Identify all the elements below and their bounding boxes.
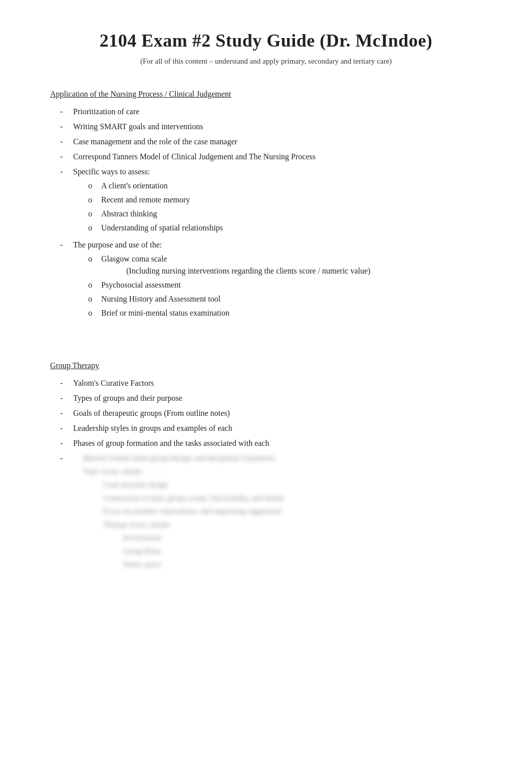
blurred-subsub2: Group Roles: [123, 546, 285, 557]
dash-icon: -: [60, 422, 71, 434]
sub-item-text: Psychosocial assessment: [101, 279, 181, 291]
list-item: - Leadership styles in groups and exampl…: [60, 422, 482, 434]
dash-icon: -: [60, 239, 71, 251]
dash-icon: -: [60, 392, 71, 404]
sub-list-item-psychosocial: o Psychosocial assessment: [88, 279, 370, 291]
section1-list: - Prioritization of care - Writing SMART…: [60, 106, 482, 321]
glasgow-label: Glasgow coma scale: [101, 253, 370, 265]
dash-icon: -: [60, 377, 71, 389]
circle-marker: o: [88, 253, 99, 265]
blurred-sub2: Connections to basic group counts, funct…: [103, 492, 285, 504]
dash-icon: -: [60, 166, 71, 178]
blurred-line1: Blurred content about group therapy and …: [83, 452, 285, 464]
blurred-sub3: Focus on member expectations, and suppor…: [103, 505, 285, 517]
list-item: - Prioritization of care: [60, 106, 482, 118]
list-item-text: Prioritization of care: [73, 106, 139, 118]
circle-marker: o: [88, 293, 99, 305]
circle-marker: o: [88, 208, 99, 220]
list-item-text: Yalom's Curative Factors: [73, 377, 154, 389]
sub-list-item: o A client's orientation: [88, 180, 223, 192]
circle-marker: o: [88, 222, 99, 234]
list-item-specific-ways: - Specific ways to assess: o A client's …: [60, 166, 482, 236]
sub-item-text: Abstract thinking: [101, 208, 157, 220]
dash-icon: -: [60, 106, 71, 118]
blurred-line1b: Topic focus: details: [83, 466, 285, 477]
sub-item-text: Brief or mini-mental status examination: [101, 307, 229, 319]
sub-list-item: o Recent and remote memory: [88, 194, 223, 206]
section2-list: - Yalom's Curative Factors - Types of gr…: [60, 377, 482, 572]
sub-item-text: Nursing History and Assessment tool: [101, 293, 220, 305]
list-item-text: Leadership styles in groups and examples…: [73, 422, 232, 434]
dash-icon: -: [60, 136, 71, 148]
purpose-label: The purpose and use of the:: [73, 240, 162, 249]
section-nursing-process: Application of the Nursing Process / Cli…: [50, 90, 482, 321]
list-item: - Types of groups and their purpose: [60, 392, 482, 404]
dash-icon: -: [60, 121, 71, 133]
glasgow-note: (Including nursing interventions regardi…: [126, 265, 370, 277]
list-item-text: Phases of group formation and the tasks …: [73, 437, 269, 449]
list-item-text: Types of groups and their purpose: [73, 392, 182, 404]
blurred-subsub3: Safety space: [123, 559, 285, 570]
sub-item-text: Understanding of spatial relationships: [101, 222, 223, 234]
sub-list-item-brief-mental: o Brief or mini-mental status examinatio…: [88, 307, 370, 319]
dash-icon: -: [60, 151, 71, 163]
sub-list-item-glasgow: o Glasgow coma scale (Including nursing …: [88, 253, 370, 277]
sub-item-text: A client's orientation: [101, 180, 168, 192]
blurred-subsub1: Involvement: [123, 532, 285, 544]
circle-marker: o: [88, 194, 99, 206]
list-item-text: Goals of therapeutic groups (From outlin…: [73, 407, 230, 419]
specific-ways-sublist: o A client's orientation o Recent and re…: [88, 180, 223, 234]
list-item: - Goals of therapeutic groups (From outl…: [60, 407, 482, 419]
sub-list-item-nursing-history: o Nursing History and Assessment tool: [88, 293, 370, 305]
list-item-text: Correspond Tanners Model of Clinical Jud…: [73, 151, 316, 163]
list-item-text: Case management and the role of the case…: [73, 136, 237, 148]
sub-item-text: Recent and remote memory: [101, 194, 190, 206]
sub-list-item: o Understanding of spatial relationships: [88, 222, 223, 234]
list-item-purpose: - The purpose and use of the: o Glasgow …: [60, 239, 482, 321]
purpose-sublist: o Glasgow coma scale (Including nursing …: [88, 253, 370, 319]
blurred-content: Blurred content about group therapy and …: [83, 452, 285, 572]
list-item: - Phases of group formation and the task…: [60, 437, 482, 449]
section2-heading: Group Therapy: [50, 361, 482, 370]
list-item-blurred: - Blurred content about group therapy an…: [60, 452, 482, 572]
dash-icon: -: [60, 452, 71, 464]
subtitle: (For all of this content – understand an…: [50, 57, 482, 66]
page-title: 2104 Exam #2 Study Guide (Dr. McIndoe): [50, 30, 482, 51]
specific-ways-label: Specific ways to assess:: [73, 167, 150, 176]
circle-marker: o: [88, 279, 99, 291]
blurred-sub1: Lead structure design: [103, 479, 285, 490]
blurred-sub4: Therapy focus: details: [103, 519, 285, 531]
section1-heading: Application of the Nursing Process / Cli…: [50, 90, 482, 99]
list-item-text: Writing SMART goals and interventions: [73, 121, 203, 133]
list-item: - Writing SMART goals and interventions: [60, 121, 482, 133]
circle-marker: o: [88, 180, 99, 192]
list-item: - Correspond Tanners Model of Clinical J…: [60, 151, 482, 163]
section-group-therapy: Group Therapy - Yalom's Curative Factors…: [50, 361, 482, 572]
dash-icon: -: [60, 437, 71, 449]
list-item: - Case management and the role of the ca…: [60, 136, 482, 148]
dash-icon: -: [60, 407, 71, 419]
circle-marker: o: [88, 307, 99, 319]
list-item: - Yalom's Curative Factors: [60, 377, 482, 389]
sub-list-item: o Abstract thinking: [88, 208, 223, 220]
